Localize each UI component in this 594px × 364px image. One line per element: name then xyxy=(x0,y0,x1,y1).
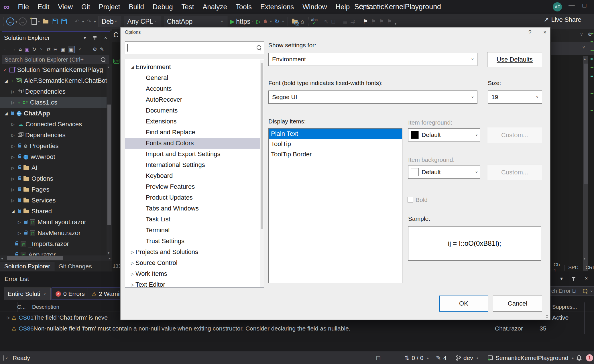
startup-project-dropdown[interactable]: ChatApp ˅ xyxy=(164,16,227,27)
chevron-collapsed-icon[interactable]: ▷ xyxy=(18,231,22,235)
chevron-collapsed-icon[interactable]: ▷ xyxy=(131,250,135,254)
options-node-trust-settings[interactable]: Trust Settings xyxy=(125,236,260,247)
menu-project[interactable]: Project xyxy=(95,3,125,11)
chevron-collapsed-icon[interactable]: ▷ xyxy=(131,261,135,265)
spell-checker-icon[interactable]: abc ✓ xyxy=(311,18,318,25)
chevron-collapsed-icon[interactable]: ▷ xyxy=(11,198,15,203)
scrollbar-right-icon[interactable]: ▸ xyxy=(109,256,111,260)
tree-item-properties[interactable]: ▷ ⚙ Properties xyxy=(0,141,107,151)
close-icon[interactable]: × xyxy=(543,29,546,36)
options-search-input[interactable] xyxy=(125,41,264,54)
tree-item-connected-services[interactable]: ▷ ☁ Connected Services xyxy=(0,119,107,130)
tab-list-dropdown-icon[interactable]: ˅ xyxy=(580,32,583,37)
menu-extensions[interactable]: Extensions xyxy=(256,3,298,11)
undo-icon[interactable]: ↶ xyxy=(75,18,80,25)
font-dropdown[interactable]: Segoe UI ˅ xyxy=(268,90,477,104)
pin-icon[interactable] xyxy=(95,36,95,41)
tab-solution-explorer[interactable]: Solution Explorer xyxy=(0,262,54,271)
document-tab[interactable]: C xyxy=(113,31,118,39)
scrollbar-down-icon[interactable]: ▾ xyxy=(108,251,109,255)
tab-git-changes[interactable]: Git Changes xyxy=(54,262,96,271)
menu-tools[interactable]: Tools xyxy=(231,3,256,11)
error-row-2[interactable]: ⚠ CS86 Non-nullable field 'form' must co… xyxy=(0,323,594,334)
chevron-collapsed-icon[interactable]: ▷ xyxy=(131,271,135,276)
show-settings-for-dropdown[interactable]: Environment ˅ xyxy=(268,53,477,66)
run-profile-dropdown-icon[interactable]: ˅ xyxy=(251,19,254,24)
repository-button[interactable]: SemanticKernelPlayground ▴ xyxy=(487,351,575,364)
tree-item-options[interactable]: ▷ Options xyxy=(0,173,107,184)
menu-help[interactable]: Help xyxy=(331,3,354,11)
solution-home-icon[interactable]: ⌂ xyxy=(301,18,304,25)
chevron-collapsed-icon[interactable]: ▷ xyxy=(11,122,15,127)
switch-views-icon[interactable]: ▣ xyxy=(25,46,29,52)
tree-item-navmenu[interactable]: ▷ @ NavMenu.razor xyxy=(0,228,107,239)
save-icon[interactable] xyxy=(52,19,58,24)
options-node-fonts-and-colors[interactable]: Fonts and Colors xyxy=(125,138,260,149)
error-list-search-input[interactable]: ch Error Li ˅ xyxy=(549,286,594,296)
editor-vertical-scrollbar[interactable]: ▴ xyxy=(583,56,588,271)
dialog-resize-grip[interactable] xyxy=(546,315,548,318)
scrollbar-down-icon[interactable]: ▾ xyxy=(584,257,585,261)
navigate-back-dropdown-icon[interactable]: ▾ xyxy=(15,19,17,24)
tree-item-shared[interactable]: ◢ Shared xyxy=(0,206,107,217)
error-scope-dropdown[interactable]: Entire Soluti ˅ xyxy=(4,288,51,300)
menu-file[interactable]: File xyxy=(13,3,33,11)
editor-zoom-level[interactable]: 133 xyxy=(113,263,120,269)
run-profile-label[interactable]: https xyxy=(236,18,250,25)
tree-item-wwwroot[interactable]: ▷ wwwroot xyxy=(0,151,107,162)
start-debugging-icon[interactable]: ▶ xyxy=(230,18,235,25)
new-file-icon[interactable]: * xyxy=(32,18,37,25)
tree-item-class1[interactable]: ▷ + C# Class1.cs xyxy=(0,97,107,108)
solution-explorer-vertical-scrollbar[interactable]: ▴ ▾ xyxy=(107,64,112,255)
shift-right-icon[interactable]: ⇉ xyxy=(350,18,355,25)
filter-dropdown-icon[interactable]: ˅ xyxy=(40,47,43,52)
se-back-icon[interactable]: ← xyxy=(3,46,8,52)
item-foreground-dropdown[interactable]: Default ˅ xyxy=(408,128,480,141)
close-icon[interactable]: × xyxy=(104,35,107,41)
options-node-find-and-replace[interactable]: Find and Replace xyxy=(125,127,260,138)
item-background-dropdown[interactable]: Default ˅ xyxy=(408,166,480,179)
solution-explorer-search-input[interactable]: Search Solution Explorer (Ctrl+ xyxy=(2,55,109,64)
scrollbar-thumb[interactable] xyxy=(7,256,63,260)
menu-test[interactable]: Test xyxy=(177,3,198,11)
solution-platform-dropdown[interactable]: Any CPL ˅ xyxy=(124,16,161,27)
scrollbar-left-icon[interactable]: ◂ xyxy=(1,256,3,260)
tree-item-ai[interactable]: ▷ AI xyxy=(0,162,107,173)
start-without-debugging-icon[interactable]: ▷ xyxy=(256,18,261,25)
size-dropdown[interactable]: 19 ˅ xyxy=(488,90,542,104)
toggle-bookmark-icon[interactable]: ⚑ xyxy=(363,18,368,25)
bold-checkbox[interactable] xyxy=(408,197,413,202)
options-node-import-export[interactable]: Import and Export Settings xyxy=(125,149,260,160)
display-item-tooltip[interactable]: ToolTip xyxy=(269,139,402,149)
minimize-button[interactable]: — xyxy=(569,2,575,9)
redo-icon[interactable]: ↷ xyxy=(86,18,91,25)
chevron-expanded-icon[interactable]: ◢ xyxy=(5,78,9,83)
chevron-expanded-icon[interactable]: ◢ xyxy=(11,209,15,214)
chevron-collapsed-icon[interactable]: ▷ xyxy=(11,176,15,181)
preview-changes-icon[interactable]: ✎ xyxy=(100,46,104,52)
column-divider[interactable] xyxy=(17,302,17,312)
options-node-preview-features[interactable]: Preview Features xyxy=(125,181,260,192)
chevron-collapsed-icon[interactable]: ▷ xyxy=(131,282,135,287)
scrollbar-thumb[interactable] xyxy=(584,64,588,184)
preview-selected-icon[interactable]: ▣ xyxy=(60,46,65,52)
hot-reload-dropdown-icon[interactable]: ˅ xyxy=(270,19,272,24)
scrollbar-up-icon[interactable]: ▴ xyxy=(108,65,109,69)
tree-item-services[interactable]: ▷ Services xyxy=(0,195,107,206)
save-all-icon[interactable] xyxy=(61,19,67,24)
cancel-button[interactable]: Cancel xyxy=(493,296,542,312)
chevron-collapsed-icon[interactable]: ▷ xyxy=(11,144,15,148)
next-bookmark-icon[interactable]: ⚑ xyxy=(379,18,384,25)
panel-menu-icon[interactable]: ▾ xyxy=(84,35,86,41)
account-avatar[interactable]: AF xyxy=(553,2,562,11)
options-node-documents[interactable]: Documents xyxy=(125,105,260,116)
chevron-collapsed-icon[interactable]: ▷ xyxy=(11,166,15,170)
se-forward-icon[interactable]: → xyxy=(11,46,16,52)
tree-item-chatbot-project[interactable]: ◢ + C# AleF.SemanticKernel.ChatBot xyxy=(0,75,107,86)
options-node-international[interactable]: International Settings xyxy=(125,160,260,170)
solution-configuration-dropdown[interactable]: Deb ˅ xyxy=(99,16,121,27)
pending-changes-filter-icon[interactable]: ↻ xyxy=(32,46,36,52)
menu-analyze[interactable]: Analyze xyxy=(198,3,231,11)
tree-item-app-razor[interactable]: @ App.razor xyxy=(0,249,107,255)
chevron-collapsed-icon[interactable]: ▷ xyxy=(11,100,15,105)
